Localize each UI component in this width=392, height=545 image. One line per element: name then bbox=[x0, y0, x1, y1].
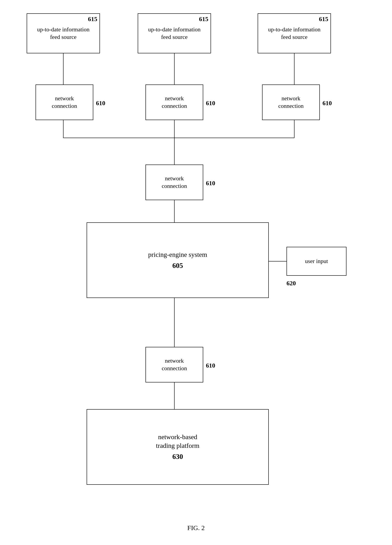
pricing-engine-system: pricing-engine system 605 bbox=[87, 222, 269, 298]
user-input-label: user input bbox=[305, 258, 328, 265]
feed2-label: up-to-date informationfeed source bbox=[146, 24, 203, 43]
feed-source-2: 615 up-to-date informationfeed source bbox=[138, 13, 211, 53]
feed-source-3: 615 up-to-date informationfeed source bbox=[258, 13, 331, 53]
network-connection-mid: networkconnection bbox=[145, 165, 203, 200]
net-out-num: 610 bbox=[206, 362, 215, 369]
net2-label: networkconnection bbox=[162, 95, 187, 110]
net-out-label: networkconnection bbox=[162, 357, 187, 372]
net1-num: 610 bbox=[96, 100, 105, 107]
network-connection-1: networkconnection bbox=[36, 85, 93, 120]
trading-num: 630 bbox=[172, 452, 183, 461]
user-input-num: 620 bbox=[287, 280, 296, 287]
net2-num: 610 bbox=[206, 100, 215, 107]
feed1-label: up-to-date informationfeed source bbox=[35, 24, 92, 43]
network-connection-2: networkconnection bbox=[145, 85, 203, 120]
fig-caption-text: FIG. 2 bbox=[187, 524, 205, 532]
feed1-num: 615 bbox=[88, 15, 97, 23]
pricing-label: pricing-engine system bbox=[148, 250, 207, 259]
user-input-box: user input bbox=[287, 247, 346, 276]
feed3-label: up-to-date informationfeed source bbox=[266, 24, 323, 43]
net3-num: 610 bbox=[322, 100, 332, 107]
net3-label: networkconnection bbox=[278, 95, 304, 110]
feed2-num: 615 bbox=[199, 15, 208, 23]
feed3-num: 615 bbox=[319, 15, 328, 23]
net-mid-label: networkconnection bbox=[162, 175, 187, 190]
pricing-num: 605 bbox=[172, 261, 183, 270]
network-connection-out: networkconnection bbox=[145, 347, 203, 383]
trading-platform: network-basedtrading platform 630 bbox=[87, 409, 269, 485]
trading-label: network-basedtrading platform bbox=[156, 433, 199, 450]
feed-source-1: 615 up-to-date informationfeed source bbox=[27, 13, 100, 53]
net1-label: networkconnection bbox=[52, 95, 77, 110]
net-mid-num: 610 bbox=[206, 180, 215, 187]
fig-caption: FIG. 2 bbox=[0, 524, 392, 532]
network-connection-3: networkconnection bbox=[262, 85, 320, 120]
diagram-container: 615 up-to-date informationfeed source 61… bbox=[0, 0, 392, 545]
